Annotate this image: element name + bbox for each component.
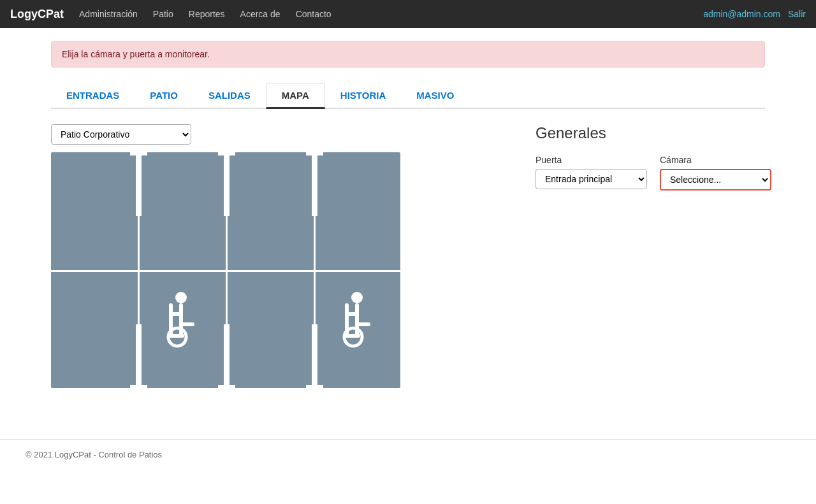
tabs-bar: ENTRADAS PATIO SALIDAS MAPA HISTORIA MAS… <box>51 83 765 109</box>
svg-point-2 <box>351 292 363 303</box>
tab-entradas[interactable]: ENTRADAS <box>51 83 135 109</box>
puerta-group: Puerta Entrada principal <box>536 155 647 191</box>
left-panel: Patio Corporativo <box>51 124 510 388</box>
svg-point-0 <box>175 292 187 303</box>
pillar-stem-1 <box>136 152 142 216</box>
camara-group: Cámara Seleccione... <box>660 155 771 191</box>
nav-acerca[interactable]: Acerca de <box>240 9 280 19</box>
parking-map <box>51 152 400 388</box>
nav-administracion[interactable]: Administración <box>79 9 138 19</box>
tab-masivo[interactable]: MASIVO <box>401 83 469 109</box>
nav-patio[interactable]: Patio <box>153 9 173 19</box>
main-content: Elija la cámara y puerta a monitorear. E… <box>26 28 790 401</box>
puerta-select[interactable]: Entrada principal <box>536 169 647 189</box>
pillar-stem-3 <box>312 152 317 216</box>
navbar-email: admin@admin.com <box>703 9 780 19</box>
camara-select[interactable]: Seleccione... <box>660 169 771 191</box>
pillar-stem-bot-2 <box>224 324 229 388</box>
pillar-stem-bot-3 <box>312 324 317 388</box>
nav-contacto[interactable]: Contacto <box>296 9 332 19</box>
navbar-brand: LogyCPat <box>10 8 64 21</box>
alert-banner: Elija la cámara y puerta a monitorear. <box>51 41 765 68</box>
navbar: LogyCPat Administración Patio Reportes A… <box>0 0 816 28</box>
tab-salidas[interactable]: SALIDAS <box>193 83 266 109</box>
nav-reportes[interactable]: Reportes <box>189 9 225 19</box>
camara-label: Cámara <box>660 155 771 165</box>
right-panel: Generales Puerta Entrada principal Cámar… <box>536 124 765 388</box>
generales-row: Puerta Entrada principal Cámara Seleccio… <box>536 155 765 201</box>
tab-mapa[interactable]: MAPA <box>266 83 325 109</box>
wheelchair-icon-2 <box>334 291 380 351</box>
content-row: Patio Corporativo <box>51 124 765 388</box>
pillar-stem-bot-1 <box>136 324 142 388</box>
tab-historia[interactable]: HISTORIA <box>325 83 401 109</box>
footer: © 2021 LogyCPat - Control de Patios <box>0 439 816 470</box>
navbar-logout[interactable]: Salir <box>788 9 806 19</box>
alert-message: Elija la cámara y puerta a monitorear. <box>62 49 210 59</box>
wheelchair-icon-1 <box>158 291 204 351</box>
tab-patio[interactable]: PATIO <box>135 83 193 109</box>
navbar-links: Administración Patio Reportes Acerca de … <box>79 9 703 19</box>
generales-title: Generales <box>536 124 765 142</box>
pillar-stem-2 <box>224 152 229 216</box>
navbar-right: admin@admin.com Salir <box>703 9 806 19</box>
patio-dropdown[interactable]: Patio Corporativo <box>51 124 191 145</box>
footer-text: © 2021 LogyCPat - Control de Patios <box>26 450 162 459</box>
puerta-label: Puerta <box>536 155 647 165</box>
